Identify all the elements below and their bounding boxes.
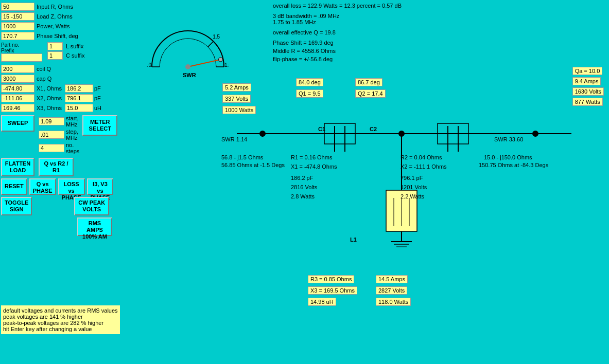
flatten-load-button[interactable]: FLATTEN LOAD	[1, 158, 34, 176]
flip-phase-text: flip-phase = +/-56.8 deg	[273, 56, 402, 62]
c2-watts-text: 2.2 Watts	[401, 193, 424, 199]
x3-field[interactable]	[1, 104, 34, 112]
swr-meter	[147, 13, 229, 75]
r2-text: R2 = 0.04 Ohms	[401, 154, 442, 160]
l-suffix-field[interactable]	[47, 42, 63, 50]
sweep-button[interactable]: SWEEP	[1, 115, 34, 132]
part-no-label: Part no.	[1, 42, 42, 48]
x1-label: X1, Ohms	[37, 85, 62, 92]
info-line2: peak voltages are 141 % higher	[3, 314, 118, 320]
c1-deg: 84.0 deg	[296, 78, 323, 86]
c1-watts-text: 2.8 Watts	[291, 193, 315, 199]
x2-field[interactable]	[1, 94, 34, 102]
output-impedance1: 15.0 - j150.0 Ohms	[484, 154, 532, 160]
l1-volts-text: 2827 Volts	[376, 286, 407, 295]
step-mhz-field[interactable]	[39, 131, 64, 139]
bandwidth-range-text: 1.75 to 1.85 MHz	[273, 19, 402, 25]
x3-text: X3 = 169.5 Ohms	[308, 286, 357, 295]
r1-text: R1 = 0.16 Ohms	[291, 154, 332, 160]
info-panel: overall loss = 122.9 Watts = 12.3 percen…	[273, 3, 402, 62]
part-no-prefix-field[interactable]	[1, 53, 42, 62]
l1-amps-text: 14.5 Amps	[376, 275, 408, 283]
x2-text: X2 = -111.1 Ohms	[401, 163, 447, 170]
x1-field[interactable]	[1, 84, 34, 93]
c1-volts-text: 2816 Volts	[291, 184, 317, 190]
loss-vs-phase-button[interactable]: LOSS vs PHASE	[58, 178, 85, 195]
output-impedance2: 150.75 Ohms at -84.3 Degs	[479, 162, 548, 168]
input-volts: 337 Volts	[222, 95, 251, 103]
meter-select-button[interactable]: METER SELECT	[82, 115, 117, 136]
power-label: Power, Watts	[37, 23, 69, 29]
l1-label: L1	[350, 236, 357, 243]
x3-label: X3, Ohms	[37, 105, 62, 111]
l1-watts-text: 118.0 Watts	[376, 298, 411, 306]
qa-text: Qa = 10.0	[572, 67, 603, 75]
no-steps-label: no. steps	[66, 142, 79, 154]
c2-pf-field[interactable]	[65, 94, 93, 102]
bottom-info-panel: default voltages and currents are RMS va…	[1, 305, 120, 334]
c-suffix-field[interactable]	[47, 51, 63, 60]
input-amps: 5.2 Amps	[222, 83, 251, 92]
swr-left-text: SWR 1.14	[221, 136, 247, 142]
output-node	[532, 131, 538, 137]
phase-shift-label: Phase Shift, deg	[37, 33, 78, 39]
overall-loss-text: overall loss = 122.9 Watts = 12.3 percen…	[273, 3, 402, 9]
c-suffix-label: C suffix	[66, 52, 84, 59]
c1-pf-label: pF	[94, 85, 101, 92]
x2-label: X2, Ohms	[37, 95, 62, 101]
effective-q-text: overall effective Q = 19.8	[273, 29, 402, 35]
c2-pf-label: pF	[94, 95, 101, 101]
input-node	[259, 131, 266, 137]
power-field[interactable]	[1, 22, 34, 30]
input-impedance2: 56.85 Ohms at -1.5 Degs	[221, 162, 285, 168]
c2-label: C2	[370, 126, 377, 132]
input-r-field[interactable]: 50	[1, 3, 34, 11]
start-mhz-field[interactable]	[39, 117, 64, 125]
input-watts: 1000 Watts	[222, 106, 256, 114]
input-impedance1: 56.8 - j1.5 Ohms	[221, 154, 263, 160]
load-z-field[interactable]	[1, 12, 34, 21]
q-vs-r2-r1-button[interactable]: Q vs R2 / R1	[39, 158, 74, 176]
info-line3: peak-to-peak voltages are 282 % higher	[3, 320, 118, 326]
c2-q2: Q2 = 17.4	[355, 89, 386, 98]
r3-text: R3 = 0.85 Ohms	[308, 275, 354, 283]
bandwidth-text: 3 dB bandwidth = .09 MHz	[273, 13, 402, 19]
reset-button[interactable]: RESET	[1, 178, 27, 195]
no-steps-field[interactable]	[39, 144, 64, 152]
phase-shift-field[interactable]	[1, 32, 34, 40]
x1-text: X1 = -474.8 Ohms	[291, 163, 337, 170]
l1-uh-field[interactable]	[65, 104, 93, 112]
part-no-prefix-label: Prefix	[1, 48, 42, 53]
q-vs-phase-button[interactable]: Q vs PHASE	[29, 178, 56, 195]
l1-uh-label: uH	[94, 105, 101, 111]
l-suffix-label: L suffix	[66, 43, 83, 49]
c1-label: C1	[318, 126, 325, 132]
c2-deg: 86.7 deg	[355, 78, 382, 86]
step-mhz-label: step, MHz	[66, 129, 79, 141]
load-z-label: Load Z, Ohms	[37, 13, 73, 20]
info-line4: hit Enter key after changing a value	[3, 326, 118, 332]
c1-pf-text: 186.2 pF	[291, 175, 313, 181]
cw-peak-volts-button[interactable]: CW PEAK VOLTS	[74, 197, 109, 215]
coil-q-label: coil Q	[37, 66, 51, 72]
c2-volts-text: 1201 Volts	[401, 184, 427, 190]
c2-pf-text: 796.1 pF	[401, 175, 423, 181]
rms-amps-button[interactable]: RMS AMPS 100% AM	[77, 217, 112, 236]
i3-v3-phase-button[interactable]: I3, V3 vs PHASE	[87, 178, 114, 195]
swr-label: SWR	[183, 72, 196, 78]
coil-q-field[interactable]	[1, 65, 34, 73]
c1-q1: Q1 = 9.5	[296, 89, 323, 98]
swr-right-text: SWR 33.60	[494, 136, 523, 142]
middle-r-text: Middle R = 4558.6 Ohms	[273, 48, 402, 54]
cap-q-label: cap Q	[37, 76, 51, 82]
c1-pf-field[interactable]	[65, 84, 93, 93]
input-r-label: Input R, Ohms	[37, 4, 73, 10]
l1-uh-text: 14.98 uH	[308, 298, 336, 306]
start-mhz-label: start, MHz	[66, 115, 79, 128]
toggle-sign-button[interactable]: TOGGLE SIGN	[1, 197, 32, 215]
info-line1: default voltages and currents are RMS va…	[3, 307, 118, 314]
phase-shift-text: Phase Shift = 169.9 deg	[273, 40, 402, 46]
cap-q-field[interactable]	[1, 75, 34, 83]
